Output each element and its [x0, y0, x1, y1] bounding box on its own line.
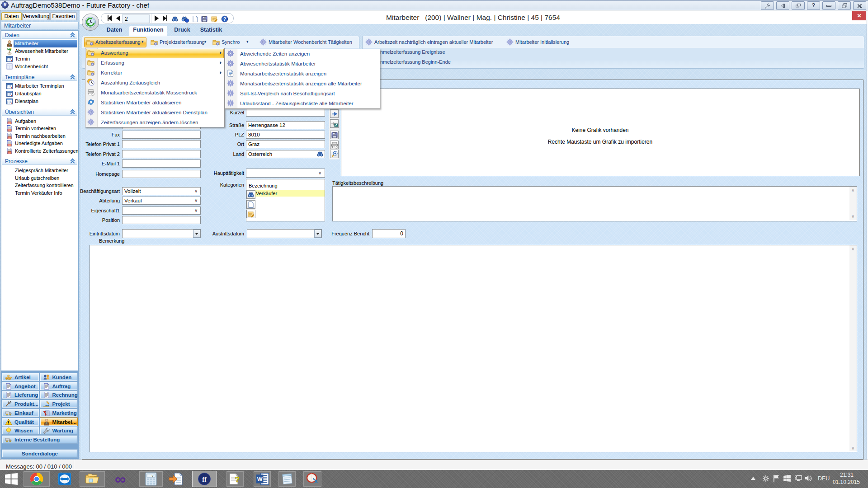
- svg-text:W: W: [257, 476, 263, 483]
- svg-text:?: ?: [235, 475, 240, 484]
- svg-text:ff: ff: [202, 476, 207, 483]
